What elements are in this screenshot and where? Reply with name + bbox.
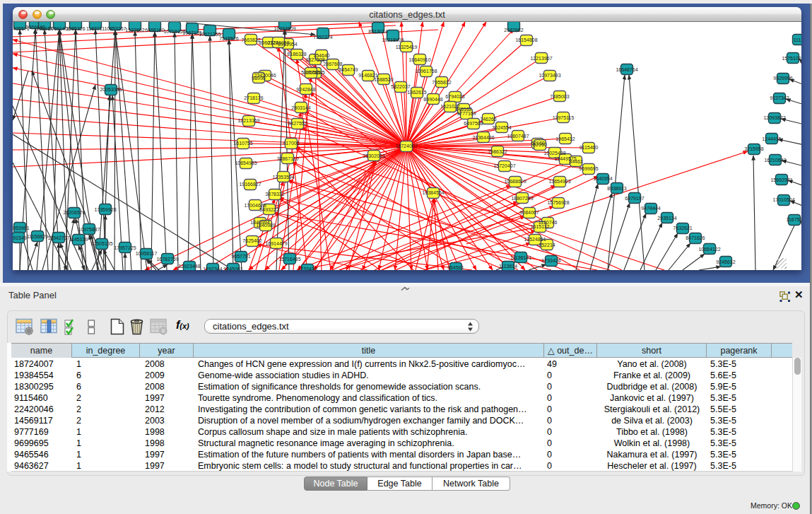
svg-text:9657791: 9657791 — [231, 254, 250, 259]
svg-text:98996: 98996 — [252, 76, 266, 81]
svg-text:10025438: 10025438 — [543, 151, 565, 156]
svg-text:1145139: 1145139 — [69, 237, 88, 242]
svg-text:8186328: 8186328 — [287, 52, 306, 57]
svg-text:154640: 154640 — [313, 53, 329, 58]
svg-text:11325419: 11325419 — [396, 45, 418, 49]
svg-text:10961758: 10961758 — [415, 69, 437, 74]
svg-text:23226058: 23226058 — [267, 40, 289, 45]
svg-text:1292344: 1292344 — [203, 267, 222, 270]
svg-text:9474444: 9474444 — [641, 206, 660, 211]
svg-text:16914479: 16914479 — [265, 241, 287, 246]
svg-text:1610755: 1610755 — [233, 141, 252, 146]
svg-text:18724007: 18724007 — [395, 144, 417, 148]
svg-text:2867608: 2867608 — [323, 62, 342, 66]
svg-text:1183711: 1183711 — [86, 26, 105, 31]
svg-text:17359928: 17359928 — [94, 207, 116, 212]
svg-text:8471626: 8471626 — [686, 235, 705, 240]
svg-text:10671355: 10671355 — [199, 32, 220, 37]
svg-text:3215958: 3215958 — [744, 146, 763, 151]
svg-text:16210643: 16210643 — [764, 158, 786, 163]
svg-text:9245612: 9245612 — [716, 259, 735, 264]
svg-text:391549: 391549 — [13, 235, 27, 240]
svg-text:1085326: 1085326 — [66, 26, 85, 31]
svg-text:8813014: 8813014 — [368, 29, 387, 34]
svg-text:17004678: 17004678 — [244, 203, 266, 208]
svg-text:21364436: 21364436 — [472, 135, 494, 140]
svg-text:16782759: 16782759 — [156, 257, 178, 262]
svg-text:10973493: 10973493 — [539, 73, 560, 78]
svg-text:9242848: 9242848 — [296, 87, 315, 92]
svg-text:10975887: 10975887 — [78, 227, 100, 232]
svg-text:12353594: 12353594 — [272, 175, 294, 180]
svg-text:3953901: 3953901 — [13, 226, 30, 230]
svg-text:12923448: 12923448 — [178, 264, 200, 269]
svg-text:2803144: 2803144 — [291, 105, 310, 110]
svg-text:15692971: 15692971 — [770, 177, 792, 182]
svg-text:1588520: 1588520 — [374, 77, 393, 82]
svg-text:13975115: 13975115 — [553, 115, 575, 120]
svg-text:6466160: 6466160 — [145, 28, 164, 33]
svg-text:964561: 964561 — [447, 265, 464, 270]
svg-text:1113614: 1113614 — [499, 264, 517, 269]
svg-text:9777169: 9777169 — [457, 111, 476, 116]
svg-text:2718176: 2718176 — [244, 95, 263, 100]
svg-text:15720407: 15720407 — [493, 163, 515, 168]
svg-text:8990448: 8990448 — [423, 97, 442, 102]
svg-text:1965432: 1965432 — [555, 136, 575, 141]
svg-text:7986322: 7986322 — [488, 149, 507, 154]
svg-text:15751024: 15751024 — [782, 56, 801, 61]
svg-text:1640954: 1640954 — [593, 176, 612, 181]
svg-text:12213369: 12213369 — [237, 118, 259, 123]
svg-text:6879197: 6879197 — [625, 196, 644, 201]
svg-text:10958117: 10958117 — [136, 251, 158, 256]
svg-text:7955812: 7955812 — [432, 80, 451, 85]
svg-text:9327508: 9327508 — [305, 57, 324, 62]
svg-text:7625402: 7625402 — [242, 238, 261, 243]
svg-text:11136141: 11136141 — [510, 255, 531, 260]
svg-text:5875685: 5875685 — [301, 70, 320, 75]
svg-text:15716485: 15716485 — [278, 257, 300, 262]
svg-text:25302033: 25302033 — [363, 153, 384, 158]
svg-text:17010504: 17010504 — [772, 197, 794, 202]
svg-text:16154808: 16154808 — [515, 37, 537, 42]
svg-text:7357224: 7357224 — [313, 35, 332, 40]
svg-text:13654923: 13654923 — [548, 179, 570, 184]
svg-text:9329996: 9329996 — [773, 76, 792, 81]
svg-text:1840989: 1840989 — [256, 223, 275, 228]
svg-text:417006: 417006 — [283, 141, 299, 146]
svg-text:7632621: 7632621 — [673, 226, 692, 230]
svg-text:5322037: 5322037 — [391, 84, 410, 89]
svg-text:8454749: 8454749 — [339, 67, 358, 72]
svg-text:1733426: 1733426 — [541, 258, 560, 263]
svg-text:16640910: 16640910 — [408, 57, 430, 62]
svg-text:12942737: 12942737 — [47, 235, 69, 240]
svg-text:116753: 116753 — [787, 217, 801, 222]
svg-text:19166827: 19166827 — [239, 182, 261, 187]
svg-text:1733426: 1733426 — [298, 267, 317, 270]
svg-text:84463: 84463 — [569, 159, 583, 164]
svg-text:3624554: 3624554 — [492, 125, 511, 130]
svg-text:20053346: 20053346 — [100, 87, 122, 92]
svg-text:9699695: 9699695 — [579, 166, 598, 171]
svg-text:16033809: 16033809 — [273, 26, 295, 31]
svg-text:26206576: 26206576 — [63, 210, 85, 215]
svg-text:6497568: 6497568 — [464, 121, 483, 126]
svg-text:5493222: 5493222 — [259, 207, 278, 212]
svg-text:18807249: 18807249 — [511, 196, 533, 201]
svg-text:9227342: 9227342 — [770, 95, 789, 100]
svg-text:10654985: 10654985 — [235, 160, 257, 165]
svg-text:19384554: 19384554 — [422, 190, 444, 195]
svg-text:12213967: 12213967 — [530, 56, 552, 61]
svg-text:1112: 1112 — [794, 37, 801, 42]
svg-text:15756928: 15756928 — [547, 200, 569, 205]
svg-text:1244415: 1244415 — [762, 136, 781, 141]
svg-text:9084067: 9084067 — [519, 210, 539, 215]
svg-text:1615112: 1615112 — [531, 224, 550, 229]
svg-text:1362615: 1362615 — [407, 90, 426, 95]
svg-text:6794028: 6794028 — [445, 94, 464, 99]
svg-text:62160: 62160 — [533, 142, 547, 147]
svg-text:2087682: 2087682 — [504, 28, 523, 33]
svg-text:12093822: 12093822 — [763, 115, 785, 120]
svg-text:12505135: 12505135 — [90, 241, 112, 246]
svg-text:2935134: 2935134 — [657, 216, 676, 221]
